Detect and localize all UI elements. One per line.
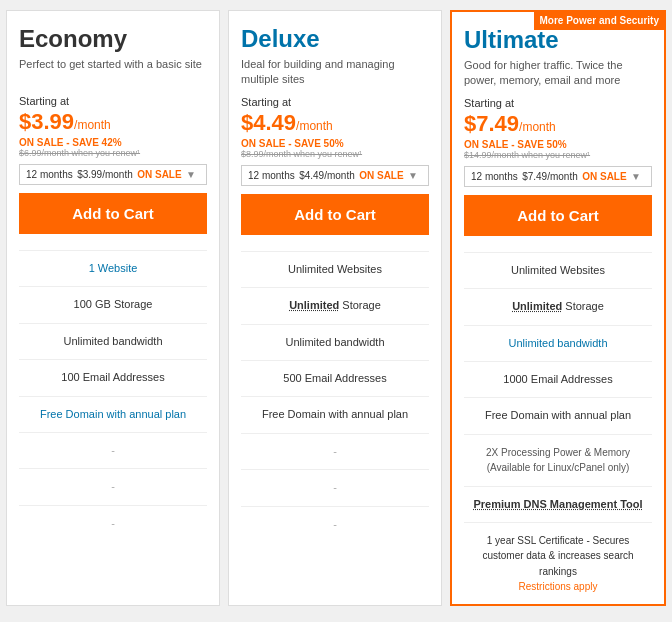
price-period: /month (519, 120, 556, 134)
starting-at: Starting at (19, 95, 207, 107)
feature-item: 1000 Email Addresses (503, 373, 612, 385)
feature-item: 1 year SSL Certificate - Secures custome… (482, 535, 633, 592)
feature-row: - (19, 505, 207, 541)
price-period: /month (74, 118, 111, 132)
plan-card-deluxe: DeluxeIdeal for building and managing mu… (228, 10, 442, 606)
feature-item: - (111, 444, 115, 456)
starting-at: Starting at (464, 97, 652, 109)
plan-name: Ultimate (464, 26, 652, 54)
on-sale-badge: ON SALE (137, 169, 181, 180)
chevron-down-icon: ▼ (186, 169, 196, 180)
term-months: 12 months (471, 171, 518, 182)
price: $3.99 (19, 109, 74, 134)
on-sale-badge: ON SALE (582, 171, 626, 182)
feature-item: 100 Email Addresses (61, 371, 164, 383)
feature-item: 1 Website (89, 262, 138, 274)
price: $7.49 (464, 111, 519, 136)
starting-at: Starting at (241, 96, 429, 108)
renew-text: $6.99/month when you renew¹ (19, 148, 207, 158)
sale-text: ON SALE - SAVE 50% (464, 139, 652, 150)
feature-row: - (19, 432, 207, 468)
plan-desc: Ideal for building and managing multiple… (241, 57, 429, 88)
feature-item: - (333, 518, 337, 530)
add-to-cart-button[interactable]: Add to Cart (19, 193, 207, 234)
plan-name: Economy (19, 25, 207, 53)
feature-row: Unlimited Websites (464, 252, 652, 288)
features-table: Unlimited WebsitesUnlimited StorageUnlim… (241, 251, 429, 542)
feature-item: 100 GB Storage (74, 298, 153, 310)
term-selector[interactable]: 12 months $7.49/month ON SALE ▼ (464, 166, 652, 187)
feature-row: Free Domain with annual plan (464, 398, 652, 434)
feature-row: - (241, 433, 429, 469)
term-selector[interactable]: 12 months $4.49/month ON SALE ▼ (241, 165, 429, 186)
feature-row: Unlimited bandwidth (464, 325, 652, 361)
feature-row: 1 year SSL Certificate - Secures custome… (464, 522, 652, 604)
add-to-cart-button[interactable]: Add to Cart (241, 194, 429, 235)
feature-item: Unlimited bandwidth (508, 337, 607, 349)
feature-row: Unlimited Storage (464, 289, 652, 325)
feature-item: Unlimited bandwidth (63, 335, 162, 347)
term-price: $4.49/month (299, 170, 355, 181)
feature-row: Free Domain with annual plan (241, 397, 429, 433)
price-line: $4.49/month (241, 110, 429, 136)
feature-row: 500 Email Addresses (241, 360, 429, 396)
feature-item: - (333, 481, 337, 493)
term-months: 12 months (248, 170, 295, 181)
feature-row: Unlimited Websites (241, 251, 429, 287)
plan-desc: Perfect to get started with a basic site (19, 57, 207, 87)
plans-container: EconomyPerfect to get started with a bas… (6, 10, 666, 606)
feature-item: Free Domain with annual plan (485, 409, 631, 421)
sale-text: ON SALE - SAVE 42% (19, 137, 207, 148)
plan-card-economy: EconomyPerfect to get started with a bas… (6, 10, 220, 606)
sale-text: ON SALE - SAVE 50% (241, 138, 429, 149)
term-price: $7.49/month (522, 171, 578, 182)
term-selector[interactable]: 12 months $3.99/month ON SALE ▼ (19, 164, 207, 185)
feature-row: 100 Email Addresses (19, 360, 207, 396)
more-power-badge: More Power and Security (534, 11, 665, 30)
feature-item: 2X Processing Power & Memory(Available f… (486, 447, 630, 473)
feature-row: Free Domain with annual plan (19, 396, 207, 432)
feature-row: Premium DNS Management Tool (464, 486, 652, 522)
feature-row: 2X Processing Power & Memory(Available f… (464, 434, 652, 486)
price-period: /month (296, 119, 333, 133)
price-line: $3.99/month (19, 109, 207, 135)
price-line: $7.49/month (464, 111, 652, 137)
price: $4.49 (241, 110, 296, 135)
renew-text: $8.99/month when you renew¹ (241, 149, 429, 159)
feature-item: Unlimited Storage (512, 300, 604, 312)
feature-row: - (19, 469, 207, 505)
feature-item: - (111, 517, 115, 529)
features-table: Unlimited WebsitesUnlimited StorageUnlim… (464, 252, 652, 605)
add-to-cart-button[interactable]: Add to Cart (464, 195, 652, 236)
feature-row: - (241, 506, 429, 542)
feature-row: Unlimited bandwidth (241, 324, 429, 360)
feature-row: Unlimited Storage (241, 288, 429, 324)
chevron-down-icon: ▼ (408, 170, 418, 181)
feature-item: Premium DNS Management Tool (473, 498, 642, 510)
term-months: 12 months (26, 169, 73, 180)
plan-desc: Good for higher traffic. Twice the power… (464, 58, 652, 89)
feature-item: Free Domain with annual plan (40, 408, 186, 420)
feature-row: 1000 Email Addresses (464, 361, 652, 397)
features-table: 1 Website100 GB StorageUnlimited bandwid… (19, 250, 207, 541)
term-price: $3.99/month (77, 169, 133, 180)
feature-item: Unlimited Storage (289, 299, 381, 311)
feature-row: Unlimited bandwidth (19, 323, 207, 359)
feature-item: Free Domain with annual plan (262, 408, 408, 420)
chevron-down-icon: ▼ (631, 171, 641, 182)
feature-item: 500 Email Addresses (283, 372, 386, 384)
on-sale-badge: ON SALE (359, 170, 403, 181)
feature-item: - (111, 480, 115, 492)
plan-card-ultimate: More Power and SecurityUltimateGood for … (450, 10, 666, 606)
feature-item: - (333, 445, 337, 457)
plan-name: Deluxe (241, 25, 429, 53)
feature-row: 1 Website (19, 251, 207, 287)
feature-item: Unlimited bandwidth (285, 336, 384, 348)
feature-row: - (241, 470, 429, 506)
feature-item: Unlimited Websites (288, 263, 382, 275)
feature-item: Unlimited Websites (511, 264, 605, 276)
renew-text: $14.99/month when you renew¹ (464, 150, 652, 160)
feature-row: 100 GB Storage (19, 287, 207, 323)
